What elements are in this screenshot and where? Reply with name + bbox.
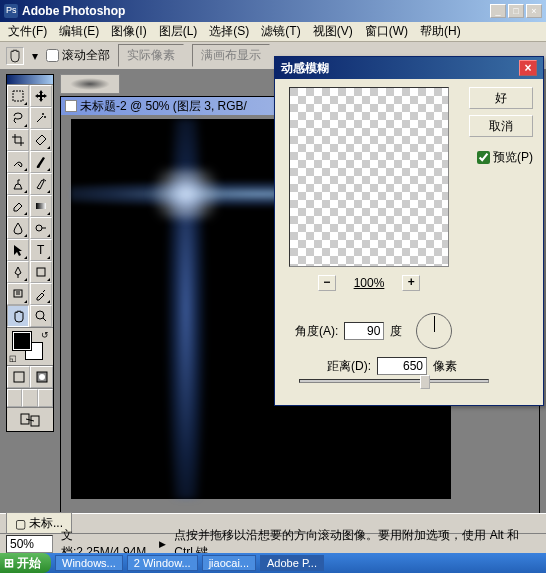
menu-file[interactable]: 文件(F) [2,21,53,42]
angle-dial[interactable] [416,313,452,349]
toolbox: T ↺ ◱ [6,74,54,432]
document-icon [65,100,77,112]
color-swatches: ↺ ◱ [7,327,53,365]
brush-preview-panel [60,74,120,94]
scroll-all-checkbox[interactable] [46,49,59,62]
svg-rect-1 [36,203,46,209]
quickmask-mode-button[interactable] [30,366,53,388]
distance-label: 距离(D): [327,358,371,375]
eraser-tool[interactable] [7,195,29,217]
angle-input[interactable] [344,322,384,340]
type-tool[interactable]: T [30,239,52,261]
default-colors-icon[interactable]: ◱ [9,354,17,363]
distance-unit: 像素 [433,358,457,375]
foreground-color-swatch[interactable] [13,332,31,350]
document-icon: ▢ [15,517,26,531]
magic-wand-tool[interactable] [30,107,52,129]
photoshop-icon [4,4,18,18]
preview-checkbox[interactable] [477,151,490,164]
cancel-button[interactable]: 取消 [469,115,533,137]
status-dropdown-icon[interactable]: ▶ [159,539,166,549]
minimize-button[interactable]: _ [490,4,506,18]
scroll-all-option[interactable]: 滚动全部 [46,47,110,64]
menu-view[interactable]: 视图(V) [307,21,359,42]
swap-colors-icon[interactable]: ↺ [41,330,49,340]
svg-rect-4 [37,268,45,276]
hand-tool-icon[interactable] [6,47,24,65]
zoom-in-button[interactable]: + [402,275,420,291]
menu-select[interactable]: 选择(S) [203,21,255,42]
preview-checkbox-label[interactable]: 预览(P) [477,149,533,166]
dialog-close-button[interactable]: × [519,60,537,76]
menu-image[interactable]: 图像(I) [105,21,152,42]
taskbar-item-3[interactable]: Adobe P... [260,555,324,571]
blur-tool[interactable] [7,217,29,239]
hand-tool[interactable] [7,305,29,327]
svg-point-9 [39,374,45,380]
app-close-button[interactable]: × [526,4,542,18]
angle-label: 角度(A): [295,323,338,340]
pen-tool[interactable] [7,261,29,283]
screen-full-button[interactable] [38,389,53,407]
menu-help[interactable]: 帮助(H) [414,21,467,42]
windows-taskbar: ⊞ 开始 Windows... 2 Window... jiaocai... A… [0,553,546,573]
taskbar-item-1[interactable]: 2 Window... [127,555,198,571]
taskbar-item-2[interactable]: jiaocai... [202,555,256,571]
zoom-field[interactable]: 50% [6,535,53,553]
crop-tool[interactable] [7,129,29,151]
screen-standard-button[interactable] [7,389,22,407]
svg-rect-0 [13,91,23,101]
actual-pixels-button[interactable]: 实际像素 [118,44,184,67]
svg-point-2 [36,225,42,231]
notes-tool[interactable] [7,283,29,305]
jump-to-imageready-button[interactable] [7,407,53,431]
menu-window[interactable]: 窗口(W) [359,21,414,42]
menubar: 文件(F) 编辑(E) 图像(I) 图层(L) 选择(S) 滤镜(T) 视图(V… [0,22,546,42]
svg-point-6 [36,311,44,319]
brush-tool[interactable] [30,151,52,173]
zoom-tool[interactable] [30,305,52,327]
path-selection-tool[interactable] [7,239,29,261]
screen-full-menubar-button[interactable] [22,389,37,407]
fit-screen-button[interactable]: 满画布显示 [192,44,270,67]
dialog-titlebar[interactable]: 动感模糊 × [275,57,543,79]
windows-logo-icon: ⊞ [4,556,14,570]
healing-brush-tool[interactable] [7,151,29,173]
menu-filter[interactable]: 滤镜(T) [255,21,306,42]
ok-button[interactable]: 好 [469,87,533,109]
brush-stroke-icon [70,78,110,90]
svg-rect-7 [14,372,24,382]
zoom-level: 100% [354,276,385,290]
slice-tool[interactable] [30,129,52,151]
menu-edit[interactable]: 编辑(E) [53,21,105,42]
distance-input[interactable] [377,357,427,375]
marquee-tool[interactable] [7,85,29,107]
angle-unit: 度 [390,323,402,340]
move-tool[interactable] [30,85,52,107]
app-titlebar: Adobe Photoshop _ □ × [0,0,546,22]
svg-text:T: T [37,243,45,257]
dialog-title: 动感模糊 [281,60,519,77]
shape-tool[interactable] [30,261,52,283]
statusbar: 50% 文档:2.25M/4.94M ▶ 点按并拖移以沿想要的方向滚动图像。要用… [0,533,546,553]
menu-layer[interactable]: 图层(L) [153,21,204,42]
start-button[interactable]: ⊞ 开始 [0,553,51,573]
history-brush-tool[interactable] [30,173,52,195]
maximize-button[interactable]: □ [508,4,524,18]
lasso-tool[interactable] [7,107,29,129]
standard-mode-button[interactable] [7,366,30,388]
distance-slider[interactable] [299,379,489,383]
gradient-tool[interactable] [30,195,52,217]
document-title: 未标题-2 @ 50% (图层 3, RGB/ [80,98,247,115]
filter-preview[interactable] [289,87,449,267]
toolbox-titlebar[interactable] [7,75,53,85]
dodge-tool[interactable] [30,217,52,239]
tool-dropdown-icon[interactable]: ▾ [32,49,38,63]
slider-thumb[interactable] [420,375,430,389]
taskbar-item-0[interactable]: Windows... [55,555,123,571]
motion-blur-dialog: 动感模糊 × − 100% + 好 取消 预览(P) 角度(A): 度 距离(D… [274,56,544,406]
zoom-out-button[interactable]: − [318,275,336,291]
eyedropper-tool[interactable] [30,283,52,305]
clone-stamp-tool[interactable] [7,173,29,195]
artwork-center-glow [141,169,231,219]
